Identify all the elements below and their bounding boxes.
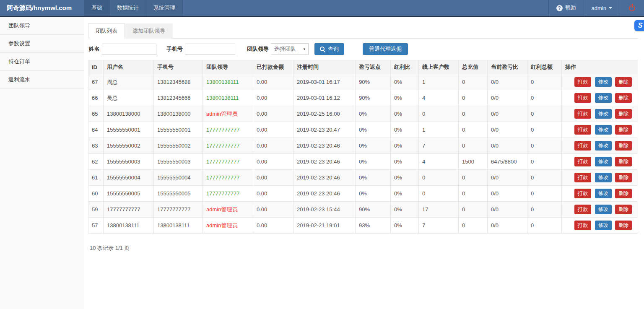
- cell-online-customers: 7: [419, 138, 459, 154]
- sidebar: 团队领导 参数设置 持仓订单 返利流水: [0, 17, 84, 309]
- table-header-row: ID用户名手机号团队领导已打款金额注册时间盈亏返点红利比线上客户数总充值当前盈亏…: [88, 60, 638, 74]
- cell-bonus-ratio: 0%: [391, 218, 419, 234]
- cell-username: 吴总: [104, 90, 154, 106]
- delete-button[interactable]: 删除: [615, 189, 632, 198]
- cell-phone: 13812345666: [154, 90, 203, 106]
- delete-button[interactable]: 删除: [615, 157, 632, 166]
- sidebar-item-parameters[interactable]: 参数设置: [0, 35, 84, 53]
- phone-input[interactable]: [185, 44, 235, 55]
- edit-button[interactable]: 修改: [595, 109, 612, 119]
- user-label: admin: [592, 5, 606, 11]
- cell-phone: 15555550004: [154, 170, 203, 186]
- edit-button[interactable]: 修改: [595, 205, 612, 214]
- column-header: 当前盈亏比: [488, 60, 527, 74]
- delete-button[interactable]: 删除: [615, 205, 632, 214]
- cell-register-time: 2019-02-25 16:00: [293, 106, 356, 122]
- cell-register-time: 2019-02-23 20:46: [293, 170, 356, 186]
- tab-add-team-leader[interactable]: 添加团队领导: [125, 23, 173, 39]
- cell-team-leader: admin管理员: [203, 218, 253, 234]
- name-filter-label: 姓名: [89, 45, 100, 53]
- pay-button[interactable]: 打款: [574, 141, 591, 151]
- cell-bonus-ratio: 0%: [391, 202, 419, 218]
- s-extension-icon[interactable]: S: [634, 20, 644, 31]
- cell-id: 59: [88, 202, 104, 218]
- edit-button[interactable]: 修改: [595, 221, 612, 230]
- table-row: 62 15555550003 15555550003 17777777777 0…: [88, 154, 638, 170]
- pay-button[interactable]: 打款: [574, 77, 591, 87]
- menu-item-statistics[interactable]: 数据统计: [109, 0, 146, 16]
- cell-paid-amount: 0.00: [253, 138, 293, 154]
- edit-button[interactable]: 修改: [595, 173, 612, 182]
- cell-bonus-total: 0: [527, 138, 562, 154]
- delete-button[interactable]: 删除: [615, 77, 632, 87]
- cell-pl-rebate: 90%: [356, 90, 391, 106]
- edit-button[interactable]: 修改: [595, 157, 612, 166]
- pay-button[interactable]: 打款: [574, 125, 591, 135]
- pay-button[interactable]: 打款: [574, 93, 591, 103]
- team-table: ID用户名手机号团队领导已打款金额注册时间盈亏返点红利比线上客户数总充值当前盈亏…: [88, 60, 638, 234]
- column-header: ID: [88, 60, 104, 74]
- logout-button[interactable]: [620, 0, 644, 16]
- menu-item-basic[interactable]: 基础: [84, 0, 109, 16]
- cell-online-customers: 4: [419, 90, 459, 106]
- team-select[interactable]: 选择团队 ▼: [271, 43, 309, 55]
- edit-button[interactable]: 修改: [595, 141, 612, 151]
- cell-bonus-total: 0: [527, 202, 562, 218]
- user-dropdown[interactable]: admin: [584, 0, 620, 16]
- cell-current-pl: 0/0: [488, 90, 527, 106]
- column-header: 总充值: [459, 60, 488, 74]
- cell-operations: 打款 修改 删除: [562, 154, 638, 170]
- cell-operations: 打款 修改 删除: [562, 202, 638, 218]
- cell-total-recharge: 0: [459, 74, 488, 90]
- cell-username: 15555550001: [104, 122, 154, 138]
- pay-button[interactable]: 打款: [574, 173, 591, 182]
- sidebar-item-team-leader[interactable]: 团队领导: [0, 17, 84, 35]
- edit-button[interactable]: 修改: [595, 189, 612, 198]
- agent-rebate-button[interactable]: 普通代理返佣: [363, 43, 408, 55]
- cell-register-time: 2019-03-01 16:12: [293, 90, 356, 106]
- pay-button[interactable]: 打款: [574, 109, 591, 119]
- menu-item-system[interactable]: 系统管理: [146, 0, 183, 16]
- cell-total-recharge: 0: [459, 170, 488, 186]
- pay-button[interactable]: 打款: [574, 221, 591, 230]
- delete-button[interactable]: 删除: [615, 109, 632, 119]
- sidebar-item-rebate-flow[interactable]: 返利流水: [0, 71, 84, 89]
- team-filter-label: 团队领导: [247, 45, 269, 53]
- cell-team-leader: 13800138111: [203, 90, 253, 106]
- edit-button[interactable]: 修改: [595, 125, 612, 135]
- edit-button[interactable]: 修改: [595, 77, 612, 87]
- cell-bonus-total: 0: [527, 74, 562, 90]
- cell-online-customers: 17: [419, 202, 459, 218]
- cell-pl-rebate: 0%: [356, 186, 391, 202]
- cell-username: 15555550002: [104, 138, 154, 154]
- select-caret-icon: ▼: [303, 47, 306, 51]
- name-input[interactable]: [102, 44, 156, 55]
- cell-operations: 打款 修改 删除: [562, 138, 638, 154]
- cell-phone: 13800138000: [154, 106, 203, 122]
- search-button[interactable]: 查询: [314, 43, 344, 55]
- delete-button[interactable]: 删除: [615, 125, 632, 135]
- cell-paid-amount: 0.00: [253, 202, 293, 218]
- delete-button[interactable]: 删除: [615, 173, 632, 182]
- cell-online-customers: 7: [419, 218, 459, 234]
- pay-button[interactable]: 打款: [574, 205, 591, 214]
- cell-id: 60: [88, 186, 104, 202]
- pay-button[interactable]: 打款: [574, 157, 591, 166]
- cell-total-recharge: 0: [459, 138, 488, 154]
- cell-pl-rebate: 93%: [356, 218, 391, 234]
- sidebar-item-position-orders[interactable]: 持仓订单: [0, 53, 84, 71]
- delete-button[interactable]: 删除: [615, 141, 632, 151]
- cell-paid-amount: 0.00: [253, 154, 293, 170]
- help-button[interactable]: ? 帮助: [548, 0, 584, 16]
- delete-button[interactable]: 删除: [615, 221, 632, 230]
- cell-bonus-ratio: 0%: [391, 90, 419, 106]
- cell-online-customers: 4: [419, 154, 459, 170]
- cell-pl-rebate: 0%: [356, 154, 391, 170]
- cell-current-pl: 0/0: [488, 106, 527, 122]
- edit-button[interactable]: 修改: [595, 93, 612, 103]
- pay-button[interactable]: 打款: [574, 189, 591, 198]
- delete-button[interactable]: 删除: [615, 93, 632, 103]
- table-row: 64 15555550001 15555550001 17777777777 0…: [88, 122, 638, 138]
- tab-team-list[interactable]: 团队列表: [88, 23, 125, 39]
- table-row: 60 15555550005 15555550005 17777777777 0…: [88, 186, 638, 202]
